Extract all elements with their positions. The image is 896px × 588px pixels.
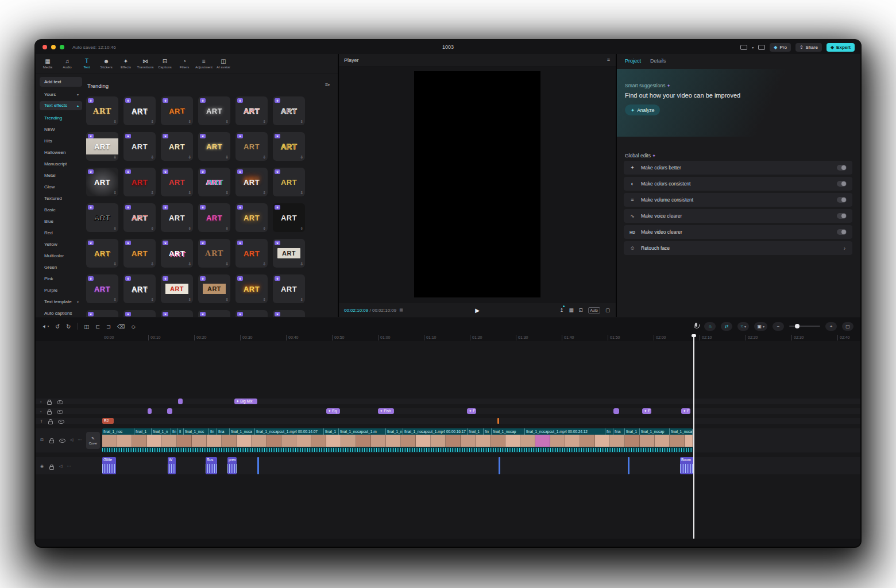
pro-badge[interactable]: ◆Pro bbox=[770, 43, 791, 52]
sidebar-item-trending[interactable]: Trending bbox=[36, 113, 86, 124]
analyze-button[interactable]: ✦Analyze bbox=[625, 105, 660, 115]
eye-icon[interactable] bbox=[57, 399, 63, 405]
export-icon[interactable]: ↥ bbox=[559, 307, 563, 313]
toolbar-tab-ai-avatar[interactable]: ◫AI avatar bbox=[214, 58, 233, 69]
download-icon[interactable]: ⇩ bbox=[113, 297, 117, 302]
download-icon[interactable]: ⇩ bbox=[188, 155, 191, 160]
effect-tile-purplegrad[interactable]: ♛ART⇩ bbox=[86, 274, 118, 303]
sticker-clip[interactable] bbox=[148, 408, 152, 414]
sidebar-item-multicolor[interactable]: Multicolor bbox=[36, 250, 86, 262]
effect-tile-goldshine[interactable]: ♛ART⇩ bbox=[198, 132, 230, 161]
download-icon[interactable]: ⇩ bbox=[113, 155, 117, 160]
sticker-clip-e[interactable]: ✦ E bbox=[642, 408, 651, 414]
effect-tile-glitch[interactable]: ♛ART⇩ bbox=[161, 310, 193, 317]
sidebar-item-auto-captions[interactable]: Auto captions bbox=[40, 309, 82, 318]
zoom-slider[interactable] bbox=[789, 326, 820, 327]
download-icon[interactable]: ⇩ bbox=[188, 262, 191, 266]
download-icon[interactable]: ⇩ bbox=[188, 226, 191, 231]
effect-tile-kraft[interactable]: ♛ART⇩ bbox=[198, 274, 230, 303]
edit-row-make-video-clearer[interactable]: HDMake video clearer bbox=[624, 225, 852, 239]
download-icon[interactable]: ⇩ bbox=[300, 191, 303, 195]
sidebar-item-green[interactable]: Green bbox=[36, 262, 86, 273]
trim-right-button[interactable]: ⊐ bbox=[106, 323, 111, 330]
effect-tile-fire[interactable]: ♛ART⇩ bbox=[235, 274, 268, 303]
effect-tile-white[interactable]: ♛ART⇩ bbox=[161, 203, 193, 232]
sidebar-item-glow[interactable]: Glow bbox=[36, 181, 86, 193]
layout-icon[interactable]: ▦ bbox=[569, 307, 573, 313]
effect-tile-ystroke[interactable]: ♛ART⇩ bbox=[273, 132, 305, 161]
effect-tile-serifgold[interactable]: ♛ART⇩ bbox=[86, 310, 118, 317]
sidebar-item-text-template[interactable]: Text template▾ bbox=[40, 297, 82, 307]
sidebar-item-new[interactable]: NEW bbox=[36, 124, 86, 136]
download-icon[interactable]: ⇩ bbox=[262, 226, 266, 231]
sticker-clip-eq[interactable]: ✦ Eq bbox=[326, 408, 340, 414]
more-icon[interactable]: ⋯ bbox=[67, 464, 71, 469]
download-icon[interactable]: ⇩ bbox=[113, 191, 117, 195]
download-icon[interactable]: ⇩ bbox=[225, 226, 229, 231]
tab-project[interactable]: Project bbox=[625, 58, 641, 64]
toggle-switch[interactable] bbox=[837, 229, 847, 235]
redo-button[interactable]: ↻ bbox=[66, 323, 71, 330]
toolbar-tab-text[interactable]: TText bbox=[77, 58, 96, 69]
magnetic-snap-button[interactable]: ∩ bbox=[704, 322, 716, 331]
select-tool-button[interactable]: ➤▾ bbox=[43, 324, 49, 329]
mask-button[interactable]: ◇ bbox=[132, 323, 136, 330]
effect-tile-tan[interactable]: ♛ART⇩ bbox=[235, 132, 268, 161]
download-icon[interactable]: ⇩ bbox=[188, 297, 191, 302]
effect-tile-serifgold[interactable]: ♛ART⇩ bbox=[86, 96, 118, 125]
display-mode-icon[interactable] bbox=[740, 45, 747, 50]
orange-marker[interactable] bbox=[497, 418, 499, 424]
sidebar-item-textured[interactable]: Textured bbox=[36, 193, 86, 204]
zoom-out-button[interactable]: − bbox=[773, 322, 784, 331]
tab-details[interactable]: Details bbox=[650, 58, 666, 64]
toolbar-tab-filters[interactable]: ◔Filters bbox=[175, 58, 194, 69]
download-icon[interactable]: ⇩ bbox=[225, 191, 229, 195]
download-icon[interactable]: ⇩ bbox=[225, 262, 229, 266]
effect-tile-redwhite[interactable]: ♛ART⇩ bbox=[123, 203, 156, 232]
download-icon[interactable]: ⇩ bbox=[300, 119, 303, 124]
toolbar-tab-transitions[interactable]: ⋈Transitions bbox=[136, 58, 155, 69]
edit-row-retouch-face[interactable]: ☺Retouch face› bbox=[624, 241, 852, 255]
effect-tile-orangegold[interactable]: ♛ART⇩ bbox=[123, 239, 156, 268]
download-icon[interactable]: ⇩ bbox=[262, 297, 266, 302]
delete-button[interactable]: ⌫ bbox=[117, 323, 125, 330]
track-options-button[interactable]: ≈▾ bbox=[737, 322, 749, 331]
download-icon[interactable]: ⇩ bbox=[300, 297, 303, 302]
effect-tile-gold2[interactable]: ♛ART⇩ bbox=[273, 168, 305, 196]
audio-clip-sus[interactable]: Sus bbox=[206, 457, 217, 474]
toggle-switch[interactable] bbox=[837, 213, 847, 219]
sidebar-item-blue[interactable]: Blue bbox=[36, 216, 86, 227]
sticker-clip-e[interactable]: ✦ E bbox=[681, 408, 690, 414]
download-icon[interactable]: ⇩ bbox=[300, 226, 303, 231]
download-icon[interactable]: ⇩ bbox=[113, 262, 117, 266]
download-icon[interactable]: ⇩ bbox=[150, 119, 154, 124]
audio-clip-w[interactable]: W bbox=[168, 457, 176, 474]
effect-tile-white3d[interactable]: ♛ART⇩ bbox=[123, 96, 156, 125]
effect-tile-red[interactable]: ♛ART⇩ bbox=[273, 310, 305, 317]
effect-tile-brown[interactable]: ♛ART⇩ bbox=[198, 239, 230, 268]
eye-icon[interactable] bbox=[59, 437, 65, 443]
audio-clip-boom[interactable]: Boom bbox=[680, 457, 694, 474]
audio-clip-prev[interactable]: prev bbox=[227, 457, 237, 474]
download-icon[interactable]: ⇩ bbox=[188, 119, 191, 124]
download-icon[interactable]: ⇩ bbox=[262, 119, 266, 124]
effect-tile-grunge[interactable]: ♛ART⇩ bbox=[273, 203, 305, 232]
download-icon[interactable]: ⇩ bbox=[300, 155, 303, 160]
auto-ripple-button[interactable]: ⇄ bbox=[721, 322, 732, 331]
download-icon[interactable]: ⇩ bbox=[150, 297, 154, 302]
undo-button[interactable]: ↺ bbox=[55, 323, 60, 330]
video-preview[interactable] bbox=[414, 71, 540, 297]
toolbar-tab-effects[interactable]: ✦Effects bbox=[116, 58, 136, 69]
edit-row-make-colors-consistent[interactable]: ◐Make colors consistent bbox=[624, 177, 852, 191]
edit-row-make-voice-clearer[interactable]: ∿Make voice clearer bbox=[624, 209, 852, 223]
timeline-ruler[interactable]: 00:0000:1000:2000:3000:4000:5001:0001:10… bbox=[36, 334, 860, 341]
preview-quality-button[interactable]: ▣▾ bbox=[754, 322, 767, 331]
sidebar-item-pink[interactable]: Pink bbox=[36, 273, 86, 285]
lock-icon[interactable] bbox=[48, 463, 55, 470]
cover-button[interactable]: ✎ Cover bbox=[86, 432, 100, 449]
effect-tile-stroke[interactable]: ♛ART⇩ bbox=[235, 310, 268, 317]
add-text-button[interactable]: Add text bbox=[40, 77, 82, 87]
zoom-in-button[interactable]: + bbox=[825, 322, 837, 331]
audio-marker[interactable] bbox=[499, 457, 500, 474]
effect-tile-gold3d[interactable]: ♛ART⇩ bbox=[86, 239, 118, 268]
